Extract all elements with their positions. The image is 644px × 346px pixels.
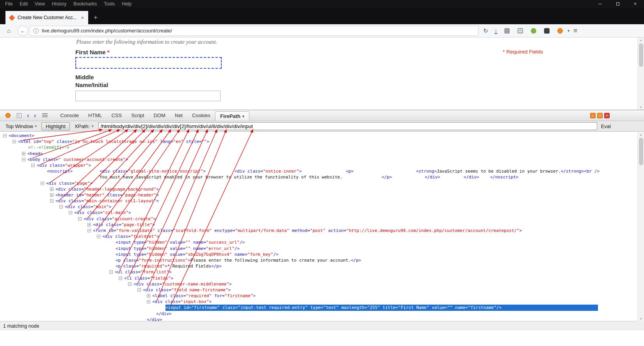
firebug-tab-firepath[interactable]: FirePath▾ [215, 111, 249, 121]
dom-node[interactable]: +<label class="required" for="firstname"… [0, 293, 644, 299]
url-bar[interactable]: i live.demoguru99.com/index.php/customer… [30, 26, 479, 36]
scrollbar-thumb[interactable] [639, 43, 643, 67]
dom-node[interactable]: −<ul class="form-list"> [0, 269, 644, 275]
url-text[interactable]: live.demoguru99.com/index.php/customer/a… [42, 28, 172, 34]
inspect-element-icon[interactable]: ↖ [17, 113, 21, 118]
dom-node[interactable]: −<html id="top" class="js no-touch local… [0, 139, 644, 144]
dom-node[interactable]: −<li class="fields"> [0, 275, 644, 281]
collapse-icon[interactable]: − [41, 182, 44, 185]
firebug-tab-cookies[interactable]: Cookies [187, 110, 215, 121]
menu-view[interactable]: View [31, 1, 48, 7]
xpath-type-dropdown[interactable]: XPath:▾ [72, 123, 96, 129]
dom-node[interactable]: −<body class=" customer-account-create"> [0, 157, 644, 162]
collapse-icon[interactable]: − [109, 270, 113, 274]
scroll-up-icon[interactable]: ▲ [640, 132, 642, 137]
firebug-tab-console[interactable]: Console [55, 110, 84, 121]
highlight-button[interactable]: Highlight [41, 122, 70, 130]
firebug-tab-script[interactable]: Script [126, 110, 149, 121]
window-restore-button[interactable] [609, 0, 626, 8]
firebug-tab-html[interactable]: HTML [84, 110, 107, 121]
expand-icon[interactable]: + [50, 193, 53, 197]
dom-node[interactable]: +<header id="header" class="page-header"… [0, 192, 644, 198]
scroll-down-icon[interactable]: ▼ [640, 105, 642, 110]
menu-history[interactable]: History [48, 1, 70, 7]
dom-node[interactable]: +<head> [0, 151, 644, 157]
dom-node-selected[interactable]: <input id="firstname" class="input-text … [0, 305, 644, 310]
dom-node[interactable]: −<div class="field name-firstname"> [0, 287, 644, 293]
window-minimize-button[interactable] [591, 0, 609, 8]
eval-button[interactable]: Eval [601, 123, 611, 129]
collapse-icon[interactable]: − [137, 288, 141, 292]
firebug-toolbar-icon[interactable] [557, 28, 563, 34]
firebug-tab-dom[interactable]: DOM [149, 110, 170, 121]
hamburger-menu-icon[interactable]: ≡ [573, 27, 577, 34]
pocket-icon[interactable] [544, 28, 550, 34]
firebug-detach-button[interactable]: □ [597, 113, 603, 118]
first-name-input[interactable] [75, 57, 222, 69]
collapse-icon[interactable]: − [119, 276, 122, 280]
collapse-icon[interactable]: − [22, 158, 25, 161]
collapse-icon[interactable]: − [87, 229, 91, 232]
dom-node[interactable]: <input type="hidden" value="" name="erro… [0, 246, 644, 251]
table-extension-icon[interactable] [518, 28, 523, 34]
firebug-minimize-button[interactable]: − [590, 113, 596, 118]
home-icon[interactable]: ⌂ [7, 28, 11, 34]
expand-icon[interactable]: + [22, 152, 25, 155]
dom-node[interactable]: −<div class="col-main"> [0, 210, 644, 216]
dom-node[interactable]: You must have JavaScript enabled in your… [0, 174, 644, 180]
green-extension-icon[interactable] [531, 28, 536, 34]
scrollbar-thumb[interactable] [639, 138, 643, 165]
chevron-down-icon[interactable]: ▾ [568, 29, 569, 33]
reload-icon[interactable]: ↻ [483, 28, 488, 34]
site-info-icon[interactable]: i [33, 28, 39, 34]
xpath-input[interactable] [98, 122, 597, 130]
scroll-up-icon[interactable]: ▲ [640, 37, 642, 43]
chevron-right-icon[interactable]: › [34, 112, 36, 119]
tab-close-icon[interactable]: × [79, 14, 86, 21]
firebug-close-button[interactable]: × [604, 113, 610, 118]
dom-node[interactable]: <p class="required">* Required Fields</p… [0, 263, 644, 269]
menu-file[interactable]: File [2, 1, 16, 7]
dom-node[interactable]: −<div class="page"> [0, 180, 644, 186]
expand-icon[interactable]: + [50, 187, 53, 191]
firebug-tab-net[interactable]: Net [170, 110, 187, 121]
collapse-icon[interactable]: − [128, 282, 132, 286]
menu-bookmarks[interactable]: Bookmarks [70, 1, 100, 7]
collapse-icon[interactable]: − [69, 211, 72, 214]
page-scrollbar[interactable]: ▲ ▼ [637, 37, 644, 110]
dom-node[interactable]: −<div class="main"> [0, 204, 644, 210]
dom-node[interactable]: −<div class="main-container col1-layout"… [0, 198, 644, 204]
dom-node[interactable]: </div> [0, 317, 644, 321]
collapse-icon[interactable]: − [3, 134, 7, 137]
new-tab-button[interactable]: + [94, 14, 98, 21]
collapse-icon[interactable]: − [50, 199, 53, 203]
firebug-icon[interactable] [5, 113, 11, 118]
dom-node[interactable]: <input type="hidden" value="sbuIbg7GqOP0… [0, 251, 644, 257]
dom-node[interactable]: </div> [0, 311, 644, 317]
dom-node[interactable]: −<form id="form-validate" class="scaffol… [0, 228, 644, 234]
scroll-down-icon[interactable]: ▼ [640, 316, 642, 321]
window-close-button[interactable]: × [626, 0, 644, 8]
screenshot-extension-icon[interactable] [504, 28, 510, 34]
collapse-icon[interactable]: − [31, 164, 35, 167]
collapse-icon[interactable]: − [12, 140, 16, 143]
dom-node[interactable]: −<div class="input-box"> [0, 299, 644, 305]
dom-node[interactable]: +<div class="header-language-background"… [0, 186, 644, 192]
tree-scrollbar[interactable]: ▲ ▼ [637, 132, 644, 321]
firebug-tab-css[interactable]: CSS [107, 110, 126, 121]
command-line-icon[interactable] [42, 113, 48, 118]
expand-icon[interactable]: + [147, 294, 150, 298]
expand-icon[interactable]: + [87, 223, 91, 227]
collapse-icon[interactable]: − [97, 235, 100, 238]
browser-tab-active[interactable]: Create New Customer Acc... × [5, 11, 88, 24]
middle-name-input[interactable] [75, 91, 221, 101]
dom-node[interactable]: −<div class="customer-name-middlename"> [0, 281, 644, 287]
menu-help[interactable]: Help [118, 1, 135, 7]
dom-node[interactable]: −<div class="fieldset"> [0, 234, 644, 239]
dom-node[interactable]: −<document> [0, 133, 644, 139]
chevron-left-icon[interactable]: ‹ [27, 112, 29, 119]
dom-node[interactable]: <input type="hidden" value="" name="succ… [0, 239, 644, 245]
menu-edit[interactable]: Edit [16, 1, 31, 7]
download-icon[interactable]: ↓ [495, 27, 498, 34]
scope-dropdown[interactable]: Top Window▾ [3, 123, 39, 129]
